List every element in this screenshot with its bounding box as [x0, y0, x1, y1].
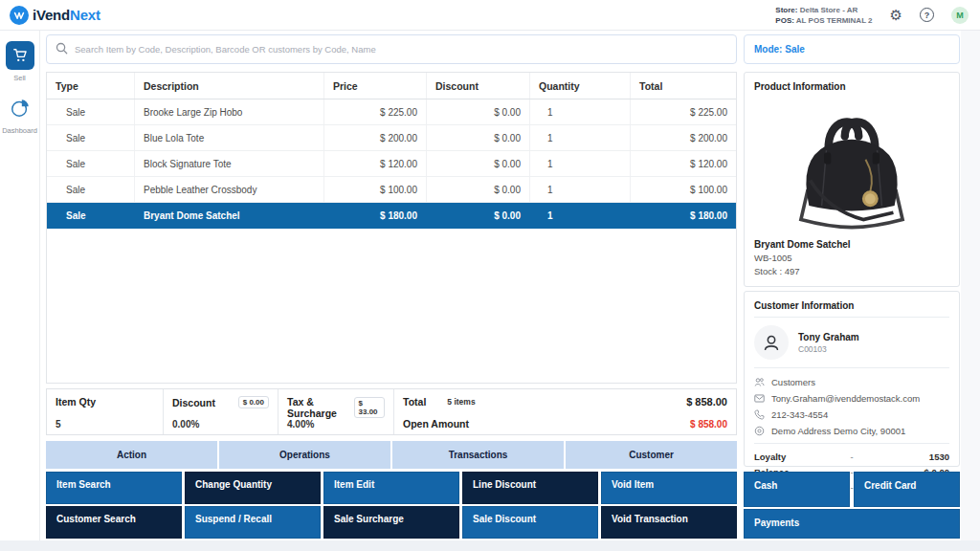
table-header-row: Type Description Price Discount Quantity…	[47, 73, 736, 99]
col-header-price: Price	[324, 73, 427, 99]
suspend-recall-button[interactable]: Suspend / Recall	[185, 506, 321, 539]
row-description: Blue Lola Tote	[135, 125, 324, 150]
row-total: $ 120.00	[631, 151, 736, 176]
total-items-count: 5 items	[447, 397, 475, 407]
row-quantity: 1	[530, 125, 631, 150]
row-quantity: 1	[530, 99, 631, 124]
row-discount: $ 0.00	[427, 177, 530, 202]
customer-phone: 212-343-4554	[771, 409, 828, 420]
void-transaction-button[interactable]: Void Transaction	[601, 506, 737, 539]
col-header-quantity: Quantity	[530, 73, 631, 99]
row-price: $ 225.00	[324, 99, 427, 124]
store-label: Store:	[775, 6, 797, 14]
row-description: Block Signature Tote	[135, 151, 324, 176]
mode-indicator: Mode: Sale	[744, 34, 960, 64]
summary-item-qty: Item Qty 5	[47, 389, 164, 434]
table-row[interactable]: Sale Block Signature Tote $ 120.00 $ 0.0…	[47, 151, 736, 177]
right-gutter	[961, 31, 980, 540]
row-price: $ 120.00	[324, 151, 427, 176]
customer-search-button[interactable]: Customer Search	[46, 506, 182, 539]
row-price: $ 200.00	[324, 125, 427, 150]
loyalty-value: 1530	[854, 452, 949, 462]
item-qty-label: Item Qty	[56, 396, 154, 408]
row-description: Pebble Leather Crossbody	[135, 177, 324, 202]
discount-percent: 0.00%	[172, 419, 269, 430]
user-avatar[interactable]: M	[951, 7, 969, 24]
row-description: Bryant Dome Satchel	[135, 203, 324, 228]
help-icon[interactable]: ?	[920, 8, 934, 22]
row-type: Sale	[47, 203, 135, 228]
settings-gear-icon[interactable]: ⚙	[890, 8, 902, 22]
customers-group-icon	[754, 377, 765, 387]
brand-icon	[10, 6, 29, 25]
tax-amount-badge: $ 33.00	[354, 397, 385, 418]
search-icon	[56, 41, 68, 58]
payments-button[interactable]: Payments	[744, 509, 960, 539]
item-qty-value: 5	[56, 419, 154, 430]
void-item-button[interactable]: Void Item	[601, 472, 737, 504]
summary-tax-surcharge: Tax & Surcharge $ 33.00 4.00%	[278, 389, 394, 434]
row-total: $ 225.00	[631, 99, 736, 124]
change-quantity-button[interactable]: Change Quantity	[185, 472, 321, 504]
line-discount-button[interactable]: Line Discount	[462, 472, 598, 504]
bottom-gutter	[0, 540, 980, 551]
item-edit-button[interactable]: Item Edit	[323, 472, 459, 504]
table-row[interactable]: Sale Pebble Leather Crossbody $ 100.00 $…	[47, 177, 736, 203]
product-info-title: Product Information	[745, 73, 959, 98]
tab-operations[interactable]: Operations	[219, 441, 390, 469]
table-row-selected[interactable]: Sale Bryant Dome Satchel $ 180.00 $ 0.00…	[47, 203, 736, 229]
total-value: $ 858.00	[686, 396, 727, 408]
row-type: Sale	[47, 151, 135, 176]
customer-code: C00103	[798, 344, 859, 354]
row-type: Sale	[47, 125, 135, 150]
tax-percent: 4.00%	[287, 419, 385, 430]
phone-icon	[754, 409, 765, 420]
col-header-discount: Discount	[427, 73, 530, 99]
brand-text: iVendNext	[33, 7, 100, 23]
loyalty-row: Loyalty - 1530	[754, 449, 949, 464]
product-code: WB-1005	[745, 250, 959, 263]
tab-action[interactable]: Action	[46, 441, 217, 469]
tab-transactions[interactable]: Transactions	[392, 441, 564, 469]
product-information-panel: Product Information Bryant Dome Satchel …	[744, 72, 960, 287]
row-discount: $ 0.00	[427, 203, 530, 228]
row-discount: $ 0.00	[427, 125, 530, 150]
sidebar-item-dashboard[interactable]: Dashboard	[0, 98, 39, 135]
credit-card-button[interactable]: Credit Card	[854, 472, 960, 507]
table-row[interactable]: Sale Brooke Large Zip Hobo $ 225.00 $ 0.…	[47, 99, 736, 125]
left-sidebar: Sell Dashboard	[0, 31, 40, 540]
row-quantity: 1	[530, 203, 631, 228]
row-total: $ 180.00	[631, 203, 736, 228]
row-quantity: 1	[530, 151, 631, 176]
search-bar	[46, 34, 737, 64]
row-total: $ 200.00	[631, 125, 736, 150]
summary-total: Total 5 items $ 858.00 Open Amount $ 858…	[394, 389, 736, 434]
customer-info-title: Customer Information	[745, 292, 959, 317]
sidebar-sell-label: Sell	[13, 74, 26, 82]
search-input[interactable]	[75, 44, 727, 55]
customer-name: Tony Graham	[798, 332, 859, 342]
cart-icon	[6, 41, 34, 70]
customer-information-panel: Customer Information Tony Graham C00103 …	[744, 291, 960, 467]
row-type: Sale	[47, 99, 135, 124]
location-icon	[754, 426, 765, 436]
row-total: $ 100.00	[631, 177, 736, 202]
col-header-type: Type	[47, 73, 135, 99]
sale-items-table: Type Description Price Discount Quantity…	[46, 72, 737, 384]
item-search-button[interactable]: Item Search	[46, 472, 182, 504]
col-header-description: Description	[135, 73, 324, 99]
pos-value: AL POS TERMINAL 2	[796, 16, 873, 25]
customer-phone-row: 212-343-4554	[754, 407, 949, 423]
customer-group-row: Customers	[754, 374, 949, 390]
discount-label: Discount	[172, 397, 215, 408]
action-button-grid: Item Search Change Quantity Item Edit Li…	[46, 472, 737, 539]
tab-customer[interactable]: Customer	[566, 441, 737, 469]
row-price: $ 180.00	[324, 203, 427, 228]
cash-button[interactable]: Cash	[744, 472, 850, 507]
email-icon	[754, 393, 765, 404]
sale-surcharge-button[interactable]: Sale Surcharge	[323, 506, 459, 539]
sale-discount-button[interactable]: Sale Discount	[462, 506, 598, 539]
action-tabs: Action Operations Transactions Customer	[46, 441, 737, 469]
table-row[interactable]: Sale Blue Lola Tote $ 200.00 $ 0.00 1 $ …	[47, 125, 736, 151]
sidebar-item-sell[interactable]: Sell	[0, 41, 39, 82]
